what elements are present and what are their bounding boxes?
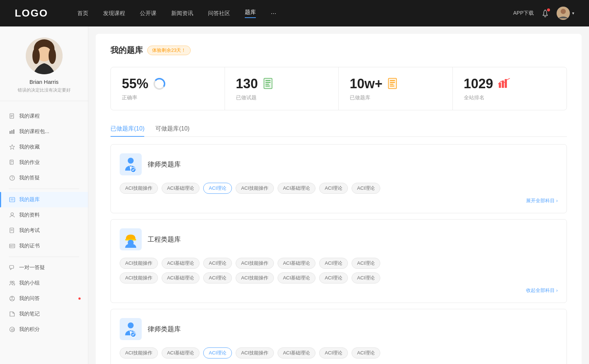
tag-item[interactable]: ACI理论 — [319, 258, 348, 269]
group-icon — [9, 280, 15, 286]
chevron-down-icon: ▾ — [572, 11, 574, 16]
tag-item[interactable]: ACI基础理论 — [278, 272, 316, 283]
svg-rect-19 — [10, 197, 15, 202]
nav-more[interactable]: ··· — [271, 10, 276, 17]
tag-item[interactable]: ACI理论 — [319, 272, 348, 283]
tag-item[interactable]: ACI基础理论 — [162, 272, 200, 283]
tag-item-active[interactable]: ACI理论 — [203, 183, 232, 194]
sidebar-item-my-qa[interactable]: 我的问答 — [0, 291, 88, 306]
tag-item[interactable]: ACI理论 — [319, 183, 348, 194]
tag-item[interactable]: ACI理论 — [352, 347, 380, 358]
tag-item[interactable]: ACI技能操作 — [120, 272, 158, 283]
main-nav: 首页 发现课程 公开课 新闻资讯 问答社区 题库 ··· — [77, 9, 513, 18]
quiz-title: 工程类题库 — [148, 235, 181, 244]
tags-row-2b: ACI技能操作 ACI基础理论 ACI理论 ACI技能操作 ACI基础理论 AC… — [120, 272, 558, 283]
stat-ranking-label: 全站排名 — [464, 94, 556, 101]
sidebar-item-notes[interactable]: 我的笔记 — [0, 306, 88, 322]
sidebar-item-certificate[interactable]: 我的证书 — [0, 238, 88, 254]
tag-item[interactable]: ACI理论 — [203, 258, 232, 269]
tag-item[interactable]: ACI技能操作 — [236, 347, 274, 358]
menu-item-label: 我的小组 — [19, 280, 40, 286]
svg-point-5 — [32, 48, 40, 64]
svg-rect-40 — [265, 80, 271, 81]
sidebar-item-profile[interactable]: 我的资料 — [0, 207, 88, 223]
svg-point-1 — [561, 9, 566, 14]
collapse-link-2[interactable]: 收起全部科目 › — [120, 287, 558, 294]
score-icon: 积 — [9, 326, 15, 333]
expand-link-1[interactable]: 展开全部科目 › — [120, 197, 558, 204]
svg-point-6 — [49, 48, 56, 64]
exam-icon — [9, 227, 15, 234]
sidebar-item-one-on-one[interactable]: 一对一答疑 — [0, 260, 88, 275]
user-avatar — [557, 7, 570, 20]
tag-item[interactable]: ACI基础理论 — [162, 258, 200, 269]
sidebar-item-favorites[interactable]: 我的收藏 — [0, 139, 88, 155]
sidebar-item-homework[interactable]: 我的作业 — [0, 155, 88, 170]
tag-item-active[interactable]: ACI理论 — [203, 347, 232, 358]
main-layout: Brian Harris 错误的决定比没有决定要好 我的课程 我的课程包... — [0, 26, 589, 364]
nav-qa[interactable]: 问答社区 — [208, 10, 230, 17]
star-icon — [9, 144, 15, 150]
sidebar-item-points[interactable]: 积 我的积分 — [0, 322, 88, 337]
logo[interactable]: LOGO — [15, 7, 48, 19]
tag-item[interactable]: ACI理论 — [319, 347, 348, 358]
stat-questions-value: 130 — [236, 76, 258, 92]
tag-item[interactable]: ACI技能操作 — [236, 258, 274, 269]
tag-item[interactable]: ACI理论 — [352, 183, 380, 194]
file-icon — [9, 113, 15, 119]
sidebar-item-question[interactable]: ? 我的答疑 — [0, 170, 88, 186]
trial-badge: 体验剩余23天！ — [147, 46, 191, 55]
app-download-button[interactable]: APP下载 — [513, 10, 534, 17]
tag-item[interactable]: ACI基础理论 — [278, 183, 316, 194]
profile-name: Brian Harris — [7, 79, 81, 85]
tag-item[interactable]: ACI技能操作 — [120, 258, 158, 269]
nav-discover[interactable]: 发现课程 — [103, 10, 125, 17]
tag-item[interactable]: ACI基础理论 — [278, 258, 316, 269]
question-icon: ? — [9, 175, 15, 181]
user-avatar-menu[interactable]: ▾ — [557, 7, 574, 20]
cert-icon — [9, 243, 15, 249]
notification-dot — [78, 297, 81, 300]
stat-questions-done: 130 已做试题 — [225, 67, 339, 110]
nav-quiz[interactable]: 题库 — [245, 9, 256, 18]
sidebar-item-quiz[interactable]: 我的题库 — [0, 192, 88, 207]
menu-item-label: 我的课程包... — [19, 128, 49, 135]
tag-item[interactable]: ACI基础理论 — [278, 347, 316, 358]
nav-home[interactable]: 首页 — [77, 10, 88, 17]
tag-item[interactable]: ACI理论 — [203, 272, 232, 283]
sidebar-item-group[interactable]: 我的小组 — [0, 275, 88, 291]
svg-marker-14 — [10, 144, 15, 150]
tag-item[interactable]: ACI技能操作 — [120, 347, 158, 358]
sidebar-item-course-package[interactable]: 我的课程包... — [0, 124, 88, 139]
stat-banks-done: 10w+ 已做题库 — [339, 67, 453, 110]
nav-open-course[interactable]: 公开课 — [140, 10, 156, 17]
qa-icon — [9, 295, 15, 302]
tag-item[interactable]: ACI技能操作 — [236, 272, 274, 283]
tag-item[interactable]: ACI理论 — [352, 272, 380, 283]
stat-accuracy-value: 55% — [122, 76, 148, 92]
main-content: 我的题库 体验剩余23天！ 55% 正确率 — [96, 34, 582, 364]
svg-point-22 — [11, 213, 14, 215]
nav-news[interactable]: 新闻资讯 — [171, 10, 193, 17]
sidebar-item-course[interactable]: 我的课程 — [0, 108, 88, 124]
sidebar-menu: 我的课程 我的课程包... 我的收藏 我的作业 — [0, 105, 88, 341]
tag-item[interactable]: ACI技能操作 — [120, 183, 158, 194]
menu-item-label: 我的资料 — [19, 212, 40, 218]
tab-available-quiz[interactable]: 可做题库(10) — [155, 121, 189, 136]
tag-item[interactable]: ACI技能操作 — [236, 183, 274, 194]
svg-rect-47 — [390, 84, 394, 85]
tab-done-quiz[interactable]: 已做题库(10) — [110, 121, 144, 136]
tag-item[interactable]: ACI理论 — [352, 258, 380, 269]
menu-item-label: 我的题库 — [19, 196, 40, 203]
sidebar-item-exam[interactable]: 我的考试 — [0, 223, 88, 238]
bar-chart-icon — [498, 77, 511, 90]
tag-item[interactable]: ACI基础理论 — [162, 183, 200, 194]
tag-item[interactable]: ACI基础理论 — [162, 347, 200, 358]
stat-banks-label: 已做题库 — [350, 94, 441, 101]
chart-icon — [9, 128, 15, 135]
notification-bell[interactable] — [541, 9, 549, 17]
menu-item-label: 我的课程 — [19, 113, 40, 119]
menu-item-label: 一对一答疑 — [19, 264, 45, 271]
svg-rect-44 — [388, 78, 396, 89]
profile-section: Brian Harris 错误的决定比没有决定要好 — [0, 38, 88, 101]
